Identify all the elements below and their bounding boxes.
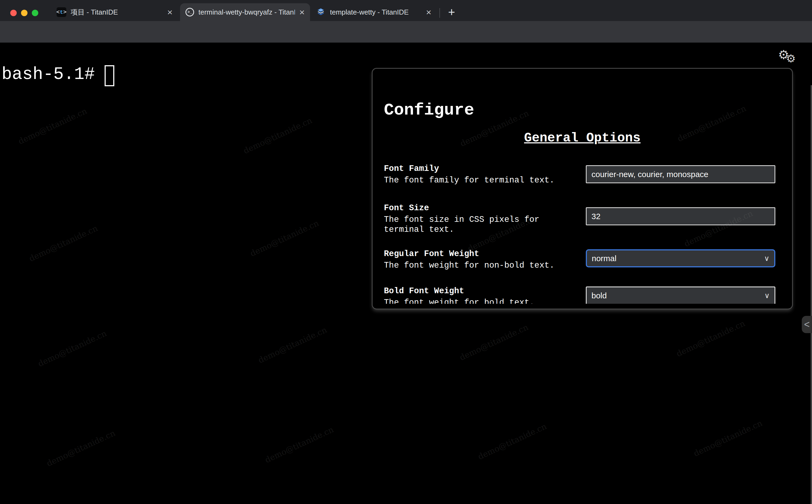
window-zoom-button[interactable] <box>32 10 38 16</box>
browser-toolbar: try.titanide.cn/ide/web/coding/terminal-… <box>0 21 812 43</box>
terminal-cursor <box>105 65 114 86</box>
terminal-page[interactable]: bash-5.1# ⚙⚙ Configure General Options F… <box>0 43 812 504</box>
regular-font-weight-desc: The font weight for non-bold text. <box>384 260 562 270</box>
close-icon[interactable]: × <box>299 8 305 17</box>
close-icon[interactable]: × <box>167 8 173 17</box>
tab-title: 项目 - TitanIDE <box>71 8 163 17</box>
chevron-down-icon: ∨ <box>764 291 770 300</box>
tab-divider <box>439 8 440 18</box>
tab-title: terminal-wetty-bwqryafz - TitanIDE <box>198 8 295 16</box>
tab-terminal-wetty[interactable]: >_ terminal-wetty-bwqryafz - TitanIDE × <box>180 3 310 21</box>
font-size-row: Font Size The font size in CSS pixels fo… <box>384 203 775 234</box>
right-edge-strip <box>811 85 812 504</box>
window-minimize-button[interactable] <box>21 10 27 16</box>
font-family-row: Font Family The font family for terminal… <box>384 164 775 185</box>
configure-title: Configure <box>384 101 474 120</box>
font-family-input[interactable]: courier-new, courier, monospace <box>586 165 775 183</box>
drawer-collapse-handle[interactable]: < <box>802 316 812 333</box>
font-size-value: 32 <box>591 212 600 221</box>
titan-code-icon: <t> <box>57 7 66 17</box>
tab-title: template-wetty - TitanIDE <box>330 8 422 16</box>
new-tab-button[interactable]: + <box>444 5 459 19</box>
tab-template-wetty[interactable]: template-wetty - TitanIDE × <box>311 3 437 21</box>
browser-chrome: <t> 项目 - TitanIDE × >_ terminal-wetty-bw… <box>0 0 812 43</box>
regular-font-weight-select[interactable]: normal ∨ <box>586 249 775 267</box>
bold-font-weight-row: Bold Font Weight The font weight for bol… <box>384 286 775 304</box>
window-close-button[interactable] <box>10 10 17 16</box>
bold-font-weight-desc: The font weight for bold text. <box>384 298 562 304</box>
regular-font-weight-row: Regular Font Weight The font weight for … <box>384 249 775 270</box>
font-family-desc: The font family for terminal text. <box>384 175 562 185</box>
font-size-desc: The font size in CSS pixels for terminal… <box>384 215 562 234</box>
terminal-prompt: bash-5.1# <box>2 65 95 84</box>
general-options-heading: General Options <box>373 131 792 145</box>
font-family-value: courier-new, courier, monospace <box>591 170 708 179</box>
tab-project-titanide[interactable]: <t> 项目 - TitanIDE × <box>51 3 178 21</box>
tab-strip: <t> 项目 - TitanIDE × >_ terminal-wetty-bw… <box>0 0 812 21</box>
bold-font-weight-value: bold <box>591 291 607 300</box>
bold-font-weight-select[interactable]: bold ∨ <box>586 286 775 304</box>
configure-panel: Configure General Options Font Family Th… <box>372 68 793 309</box>
settings-gears-icon[interactable]: ⚙⚙ <box>778 47 808 69</box>
configure-panel-content: Configure General Options Font Family Th… <box>373 69 792 304</box>
layers-icon <box>316 7 326 17</box>
chevron-down-icon: ∨ <box>764 254 769 263</box>
terminal-circle-icon: >_ <box>185 8 194 16</box>
regular-font-weight-value: normal <box>592 254 617 263</box>
font-size-input[interactable]: 32 <box>586 207 775 225</box>
close-icon[interactable]: × <box>426 8 431 17</box>
